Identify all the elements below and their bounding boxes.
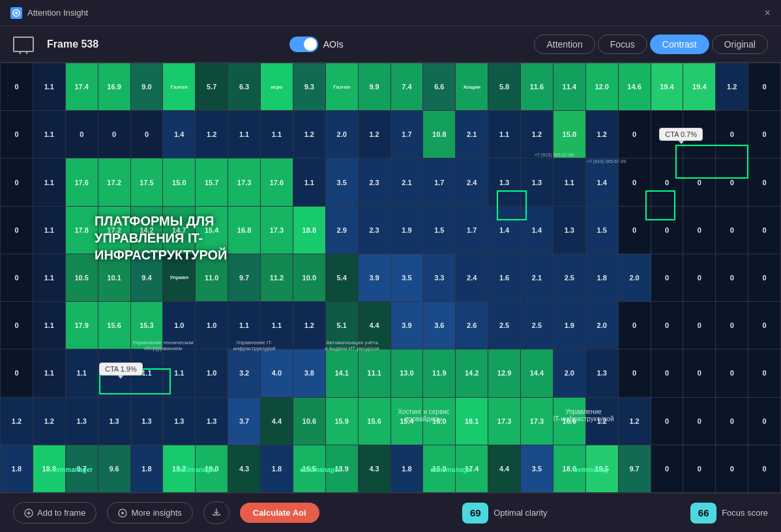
grid-cell: 12.0 [585, 63, 618, 111]
grid-cell: 0 [748, 349, 781, 397]
add-to-frame-button[interactable]: Add to frame [13, 502, 96, 524]
grid-cell: 9.6 [98, 445, 130, 492]
grid-cell: 13.0 [390, 349, 423, 397]
grid-cell: 2.4 [456, 254, 488, 301]
grid-cell: 0 [65, 111, 98, 158]
grid-cell: 17.5 [130, 158, 163, 206]
insights-icon [118, 509, 127, 518]
grid-cell: 1.4 [585, 158, 618, 206]
grid-cell: 1.1 [293, 158, 325, 206]
grid-cell: 15.7 [196, 158, 228, 206]
overlay-title: ПЛАТФОРМЫ ДЛЯУПРАВЛЕНИЯ IT-ИНФРАСТРУКТУР… [95, 213, 227, 263]
grid-cell: 17.4 [65, 63, 98, 111]
overlay-billmanager: ■billmanager [300, 466, 340, 473]
grid-cell: 9.0 [130, 63, 163, 111]
grid-cell: 0 [748, 111, 781, 158]
score-badge-focus: 66 Focus score [690, 503, 768, 524]
grid-cell: 1.1 [163, 349, 196, 397]
grid-cell: 0 [748, 63, 781, 111]
grid-cell: Хощин [456, 63, 488, 111]
grid-cell: 0 [748, 302, 781, 349]
grid-cell: 17.8 [65, 206, 98, 254]
toggle-knob [304, 38, 317, 51]
overlay-phone1: +7 (913) 345-67-89 [535, 153, 574, 157]
clarity-score-value: 69 [462, 503, 488, 524]
grid-cell: 1.6 [488, 254, 521, 301]
grid-cell: 0 [1, 158, 33, 206]
grid-cell: 0 [683, 206, 716, 254]
grid-cell: 0 [618, 349, 651, 397]
grid-cell: 10.8 [423, 111, 456, 158]
close-button[interactable]: × [765, 7, 771, 19]
grid-cell: 1.5 [423, 206, 456, 254]
grid-cell: 0 [683, 445, 716, 492]
grid-cell: 19.4 [683, 63, 716, 111]
frame-icon [13, 37, 34, 52]
score-badge-clarity: 69 Optimal clarity [462, 503, 547, 524]
grid-cell: 1.1 [65, 349, 98, 397]
grid-cell: 0 [716, 111, 748, 158]
grid-cell: 2.4 [456, 158, 488, 206]
grid-cell: 3.5 [521, 445, 553, 492]
grid-cell: 2.9 [325, 206, 358, 254]
grid-cell: 1.1 [33, 158, 65, 206]
grid-cell: 1.2 [585, 111, 618, 158]
grid-cell: 1.8 [390, 445, 423, 492]
grid-cell: 15.0 [553, 111, 585, 158]
download-button[interactable] [203, 501, 229, 524]
grid-cell: 17.6 [261, 158, 293, 206]
grid-cell: 1.3 [65, 397, 98, 445]
tab-attention[interactable]: Attention [534, 35, 595, 54]
grid-cell: 2.5 [521, 302, 553, 349]
grid-cell: 18.8 [293, 206, 325, 254]
grid-cell: 0 [1, 302, 33, 349]
grid-cell: 4.3 [228, 445, 261, 492]
grid-cell: 1.4 [521, 206, 553, 254]
grid-cell: 1.1 [261, 111, 293, 158]
title-bar: Attention Insight × [0, 0, 781, 26]
tab-original[interactable]: Original [712, 35, 768, 54]
grid-cell: 1.1 [33, 302, 65, 349]
more-insights-button[interactable]: More insights [107, 502, 192, 524]
grid-cell: 15.9 [325, 397, 358, 445]
grid-cell: 1.7 [390, 111, 423, 158]
grid-cell: 1.8 [261, 445, 293, 492]
title-bar-left: Attention Insight [10, 7, 88, 19]
grid-cell: 1.1 [33, 63, 65, 111]
grid-cell: 0 [683, 397, 716, 445]
focus-score-value: 66 [690, 503, 716, 524]
grid-cell: 14.2 [456, 349, 488, 397]
grid-cell: 17.9 [65, 302, 98, 349]
aois-toggle[interactable] [289, 37, 318, 52]
tab-focus[interactable]: Focus [598, 35, 647, 54]
grid-cell: 2.0 [553, 349, 585, 397]
grid-cell: 1.5 [585, 206, 618, 254]
grid-cell: 1.1 [33, 206, 65, 254]
heatmap-container: 01.117.416.99.0Газгол5.76.3игро9.3Газгол… [0, 63, 781, 493]
grid-cell: 14.4 [521, 349, 553, 397]
overlay-phone2: +7 (913) 345-67-89 [587, 159, 626, 164]
calculate-aoi-button[interactable]: Calculate Aoi [240, 503, 319, 523]
grid-cell: 3.6 [423, 302, 456, 349]
grid-cell: 4.0 [261, 349, 293, 397]
grid-cell: 1.2 [196, 111, 228, 158]
aois-toggle-group: AOIs [289, 37, 344, 52]
grid-cell: 19.4 [651, 63, 683, 111]
grid-cell: 1.3 [521, 158, 553, 206]
grid-cell: 0 [748, 254, 781, 301]
grid-cell: 9.9 [358, 63, 390, 111]
grid-cell: 0 [748, 206, 781, 254]
tooltip-cta-mid: CTA 1.9% [99, 362, 143, 376]
grid-cell: 0 [651, 206, 683, 254]
download-icon [212, 507, 221, 516]
grid-cell: 0 [748, 397, 781, 445]
grid-cell: 1.2 [358, 111, 390, 158]
overlay-manage: УправлениеIT-инфраструктурой [535, 408, 632, 422]
grid-cell: 1.0 [196, 349, 228, 397]
tab-contrast[interactable]: Contrast [650, 35, 709, 54]
grid-cell: 14.1 [325, 349, 358, 397]
grid-cell: 1.2 [1, 397, 33, 445]
grid-cell: 3.7 [228, 397, 261, 445]
grid-cell: Газгол [163, 63, 196, 111]
grid-cell: 4.3 [358, 445, 390, 492]
